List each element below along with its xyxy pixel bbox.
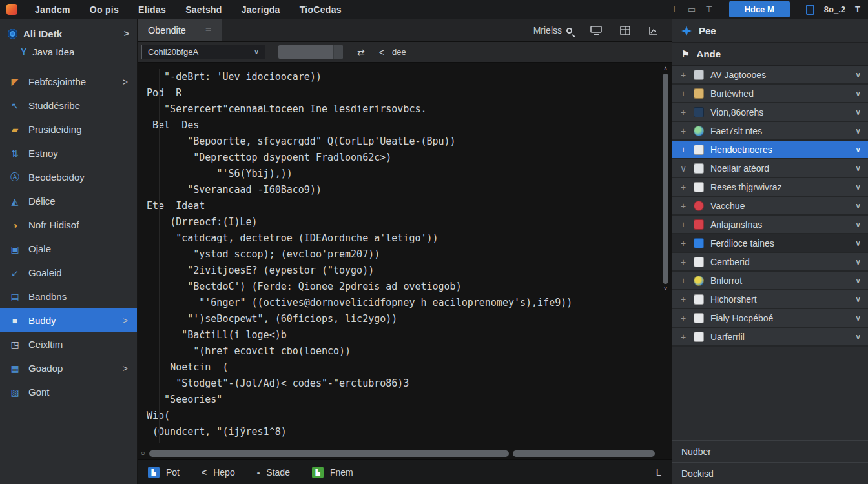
horizontal-scroll-thumb-2[interactable] <box>513 450 655 457</box>
panel-footer-row[interactable]: Nudber <box>672 440 868 462</box>
plus-icon[interactable]: + <box>679 219 687 230</box>
project-module[interactable]: Y Java Idea <box>0 43 137 61</box>
chevron-down-icon[interactable]: ∨ <box>855 239 861 248</box>
chevron-down-icon[interactable]: ∨ <box>855 201 861 210</box>
plus-icon[interactable]: + <box>679 182 687 192</box>
status-corner-icon[interactable]: L <box>656 467 661 478</box>
dependency-row[interactable]: +Hichorshert∨ <box>672 290 868 309</box>
chart-corner-icon[interactable] <box>648 26 659 35</box>
plus-icon[interactable]: + <box>679 332 687 342</box>
status-item[interactable]: ▙Pot <box>148 467 180 478</box>
sidebar-item[interactable]: ▧Gont <box>0 380 137 404</box>
sidebar-item[interactable]: ◤Febfcsjointhe> <box>0 70 137 94</box>
monitor-icon[interactable] <box>590 26 602 35</box>
hamburger-icon[interactable]: ≡ <box>205 25 211 36</box>
chevron-down-icon[interactable]: ∨ <box>855 164 861 173</box>
plus-icon[interactable]: + <box>679 70 687 80</box>
status-item[interactable]: ▙Fnem <box>312 467 353 478</box>
dependency-row[interactable]: +Reses thjgrwivraz∨ <box>672 178 868 197</box>
editor-tab[interactable]: Obendite ≡ <box>138 19 222 41</box>
sidebar-item[interactable]: ◑Nofr Hidisof <box>0 213 137 237</box>
sidebar-item[interactable]: ▤Bandbns <box>0 285 137 308</box>
chevron-down-icon[interactable]: ∨ <box>855 276 861 285</box>
vertical-scrollbar[interactable]: ∧ ∨ <box>661 65 670 292</box>
chevron-down-icon[interactable]: ∨ <box>855 126 861 136</box>
horizontal-scroll-thumb[interactable] <box>149 450 509 457</box>
sidebar-item[interactable]: ■Buddy> <box>0 308 137 332</box>
chevron-right-icon[interactable]: > <box>124 28 129 39</box>
dependency-row[interactable]: ∨Noeilair atéord∨ <box>672 159 868 178</box>
sidebar-item[interactable]: ◳Ceixltim <box>0 332 137 356</box>
panel-subheader[interactable]: ⚑ Ande <box>672 43 868 66</box>
menu-item[interactable]: Jacrigda <box>232 5 290 15</box>
chevron-down-icon[interactable]: ∨ <box>855 70 861 79</box>
back-chevron-icon[interactable]: < <box>379 47 384 57</box>
scroll-down-icon[interactable]: ∨ <box>663 285 668 292</box>
chevron-down-icon[interactable]: ∨ <box>855 332 861 341</box>
project-root[interactable]: Ali IDetk > <box>0 25 137 43</box>
split-window-icon[interactable] <box>620 26 630 35</box>
chevron-down-icon[interactable]: ∨ <box>855 220 861 229</box>
chevron-down-icon[interactable]: ∨ <box>855 183 861 192</box>
plus-icon[interactable]: + <box>679 294 687 305</box>
new-file-icon[interactable] <box>806 5 814 15</box>
dependency-row[interactable]: +Hendoetnoeres∨ <box>672 141 868 159</box>
chevron-down-icon[interactable]: ∨ <box>855 295 861 304</box>
sidebar-item[interactable]: ▰Prusideiding <box>0 117 137 141</box>
dependency-row[interactable]: +Fialy Hocpéboé∨ <box>672 309 868 328</box>
chevron-down-icon[interactable]: ∨ <box>855 257 861 267</box>
menu-item[interactable]: Oo pis <box>80 5 129 15</box>
menu-item[interactable]: Elidas <box>129 5 176 15</box>
sidebar-item[interactable]: ▣Ojale <box>0 237 137 261</box>
horizontal-scrollbar[interactable]: ○ <box>141 449 655 458</box>
dependency-row[interactable]: +Bnlorrot∨ <box>672 272 868 290</box>
dependency-row[interactable]: +Centberid∨ <box>672 253 868 272</box>
chevron-down-icon[interactable]: ∨ <box>855 108 861 117</box>
sidebar-item[interactable]: ⒶBeodebcidoy <box>0 165 137 189</box>
chevron-down-icon[interactable]: ∨ <box>855 89 861 98</box>
status-item[interactable]: -Stade <box>257 467 290 478</box>
plus-icon[interactable]: + <box>679 107 687 117</box>
run-button[interactable]: Hdce M <box>729 1 790 17</box>
sidebar-item[interactable]: ⇅Estnoy <box>0 141 137 165</box>
panel-header[interactable]: Pee <box>672 19 868 43</box>
plus-icon[interactable]: + <box>679 276 687 286</box>
dependency-row[interactable]: +Uarferrlil∨ <box>672 328 868 347</box>
menu-item[interactable]: TioCedas <box>290 5 351 15</box>
filter-icon[interactable]: ⊤ <box>705 5 712 14</box>
plus-icon[interactable]: + <box>679 145 687 155</box>
scroll-up-icon[interactable]: ∧ <box>663 65 668 72</box>
chevron-down-icon[interactable]: ∨ <box>855 314 861 323</box>
dependency-row[interactable]: +Faet7slt ntes∨ <box>672 122 868 141</box>
menu-item[interactable]: Saetshd <box>176 5 232 15</box>
vertical-scroll-thumb[interactable] <box>663 74 668 284</box>
plus-icon[interactable]: + <box>679 88 687 99</box>
search-control[interactable]: Mrielss <box>533 25 572 35</box>
person-icon[interactable]: ⊥ <box>671 5 678 14</box>
sidebar-item[interactable]: ↖Studdésribe <box>0 94 137 117</box>
dependency-row[interactable]: +AV Jagtoooes∨ <box>672 66 868 85</box>
toolbar-field-button[interactable] <box>333 45 343 59</box>
sidebar-item[interactable]: ↙Goaleid <box>0 261 137 285</box>
chevron-down-icon[interactable]: ∨ <box>679 163 687 174</box>
app-logo-icon[interactable] <box>6 4 17 15</box>
plus-icon[interactable]: + <box>679 313 687 323</box>
plus-icon[interactable]: + <box>679 257 687 267</box>
status-item[interactable]: <Hepo <box>202 467 235 478</box>
toolbar-field[interactable] <box>278 45 343 59</box>
plus-icon[interactable]: + <box>679 238 687 248</box>
code-editor[interactable]: "-deBrt: 'Uev idocioocare))Pod R "Sererc… <box>138 63 659 447</box>
panel-footer-row[interactable]: Dockisd <box>672 462 868 484</box>
sidebar-item[interactable]: ▦Goadop> <box>0 356 137 380</box>
dependency-row[interactable]: +Burtéwhed∨ <box>672 85 868 103</box>
dependency-row[interactable]: +Ferdlioce taines∨ <box>672 234 868 253</box>
swap-arrows-icon[interactable]: ⇄ <box>357 47 365 57</box>
dependency-row[interactable]: +Vion,86orehs∨ <box>672 103 868 122</box>
chevron-down-icon[interactable]: ∨ <box>855 145 861 154</box>
menu-item[interactable]: Jandcm <box>25 5 80 15</box>
dependency-row[interactable]: +Anlajansfnas∨ <box>672 216 868 234</box>
plus-icon[interactable]: + <box>679 201 687 211</box>
configuration-dropdown[interactable]: Cohll20bfgeA ∨ <box>141 45 265 59</box>
sidebar-item[interactable]: ◭Délice <box>0 189 137 213</box>
plus-icon[interactable]: + <box>679 126 687 136</box>
